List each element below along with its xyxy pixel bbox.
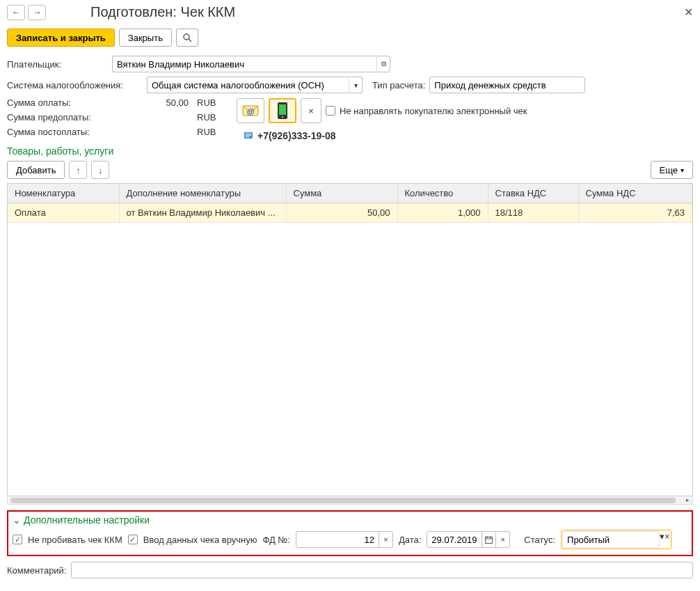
date-input[interactable] <box>427 531 482 548</box>
close-button[interactable]: Закрыть <box>119 29 172 47</box>
tax-system-label: Система налогообложения: <box>7 80 143 90</box>
no-echeck-checkbox[interactable] <box>326 106 335 116</box>
arrow-down-icon: ↓ <box>98 165 103 175</box>
prepayment-amount-label: Сумма предоплаты: <box>7 112 108 123</box>
col-sum[interactable]: Сумма <box>286 184 397 203</box>
svg-rect-9 <box>246 135 251 136</box>
comment-label: Комментарий: <box>7 565 67 576</box>
col-qty[interactable]: Количество <box>397 184 488 203</box>
close-icon: ✕ <box>684 6 693 18</box>
chevron-down-icon: ▾ <box>660 531 665 542</box>
x-icon: × <box>308 106 314 116</box>
chevron-down-icon: ▾ <box>681 166 684 174</box>
goods-section-header: Товары, работы, услуги <box>0 141 700 158</box>
status-label: Статус: <box>524 535 555 545</box>
payment-currency: RUB <box>197 97 222 108</box>
comment-input[interactable] <box>71 562 694 578</box>
svg-rect-11 <box>486 537 493 543</box>
col-vat-rate[interactable]: Ставка НДС <box>488 184 578 203</box>
svg-rect-5 <box>279 104 286 115</box>
col-nomenclature[interactable]: Номенклатура <box>8 184 119 203</box>
payer-label: Плательщик: <box>7 59 108 70</box>
open-icon: ⧉ <box>381 60 386 68</box>
svg-line-1 <box>189 39 191 42</box>
cell-vat-sum[interactable]: 7,63 <box>578 203 692 223</box>
payer-input[interactable] <box>112 56 376 72</box>
svg-text:@: @ <box>247 107 255 116</box>
payment-amount-label: Сумма оплаты: <box>7 97 108 108</box>
save-and-close-button[interactable]: Записать и закрыть <box>7 29 115 47</box>
cell-qty[interactable]: 1,000 <box>397 203 488 223</box>
nav-forward-button[interactable]: → <box>28 5 46 20</box>
arrow-left-icon: ← <box>12 7 21 17</box>
extra-settings-panel: ⌄ Дополнительные настройки ✓ Не пробиват… <box>7 510 693 556</box>
email-icon: @ <box>242 104 259 118</box>
magnifier-icon <box>182 33 192 42</box>
scrollbar-thumb[interactable] <box>10 498 676 503</box>
calc-type-input[interactable] <box>429 77 585 93</box>
scroll-right-icon: ▸ <box>686 496 690 503</box>
extra-settings-toggle[interactable]: ⌄ Дополнительные настройки <box>13 514 687 526</box>
cell-sum[interactable]: 50,00 <box>286 203 397 223</box>
phone-number: +7(926)333-19-08 <box>257 130 335 141</box>
tax-system-input[interactable] <box>147 77 349 93</box>
no-punch-checkbox[interactable]: ✓ <box>13 535 22 544</box>
col-vat-sum[interactable]: Сумма НДС <box>578 184 692 203</box>
fd-number-label: ФД №: <box>262 535 289 545</box>
x-icon: × <box>665 531 670 542</box>
manual-input-label: Ввод данных чека вручную <box>143 535 257 545</box>
svg-point-0 <box>184 34 189 40</box>
close-window-button[interactable]: ✕ <box>684 6 693 19</box>
clear-channel-button[interactable]: × <box>301 98 321 123</box>
arrow-up-icon: ↑ <box>76 165 81 175</box>
chevron-down-icon: ⌄ <box>13 514 21 526</box>
date-picker-button[interactable] <box>482 531 496 548</box>
move-down-button[interactable]: ↓ <box>91 161 109 179</box>
send-email-button[interactable]: @ <box>237 98 264 123</box>
add-row-button[interactable]: Добавить <box>7 161 65 179</box>
chevron-down-icon: ▾ <box>354 81 358 89</box>
table-header-row: Номенклатура Дополнение номенклатуры Сум… <box>8 184 692 203</box>
svg-point-6 <box>282 116 283 118</box>
tax-system-dropdown-button[interactable]: ▾ <box>349 77 363 93</box>
sms-small-icon <box>244 131 253 141</box>
x-icon: × <box>501 535 505 544</box>
cell-vat-rate[interactable]: 18/118 <box>488 203 578 223</box>
col-addition[interactable]: Дополнение номенклатуры <box>119 184 286 203</box>
date-clear-button[interactable]: × <box>496 531 510 548</box>
fd-clear-button[interactable]: × <box>379 531 393 548</box>
nav-back-button[interactable]: ← <box>7 5 25 20</box>
date-label: Дата: <box>399 535 421 545</box>
payer-open-button[interactable]: ⧉ <box>376 56 390 72</box>
postpayment-currency: RUB <box>197 127 222 137</box>
phone-icon <box>276 102 289 120</box>
preview-button[interactable] <box>176 29 198 47</box>
goods-table[interactable]: Номенклатура Дополнение номенклатуры Сум… <box>8 184 692 223</box>
no-echeck-label: Не направлять покупателю электронный чек <box>340 106 527 116</box>
no-punch-label: Не пробивать чек ККМ <box>28 535 122 545</box>
calendar-icon <box>485 536 493 544</box>
table-empty-area[interactable] <box>8 223 692 496</box>
svg-rect-10 <box>246 136 249 137</box>
send-sms-button[interactable] <box>269 98 296 123</box>
manual-input-checkbox[interactable]: ✓ <box>128 535 138 544</box>
status-input[interactable] <box>562 531 660 548</box>
payment-amount-value: 50,00 <box>112 97 189 108</box>
calc-type-label: Тип расчета: <box>372 80 425 90</box>
move-up-button[interactable]: ↑ <box>69 161 87 179</box>
cell-addition[interactable]: от Вяткин Владимир Николаевич ... <box>119 203 286 223</box>
postpayment-amount-label: Сумма постоплаты: <box>7 127 108 137</box>
prepayment-currency: RUB <box>197 112 222 123</box>
fd-number-input[interactable] <box>296 531 379 548</box>
more-actions-button[interactable]: Еще ▾ <box>651 161 693 179</box>
more-label: Еще <box>660 165 678 175</box>
status-dropdown-button[interactable]: ▾ <box>660 531 665 548</box>
x-icon: × <box>383 535 388 544</box>
extra-settings-label: Дополнительные настройки <box>24 514 150 526</box>
status-clear-button[interactable]: × <box>665 531 670 548</box>
svg-rect-8 <box>246 134 251 134</box>
table-row[interactable]: Оплата от Вяткин Владимир Николаевич ...… <box>8 203 692 223</box>
page-title: Подготовлен: Чек ККМ <box>90 4 235 20</box>
horizontal-scrollbar[interactable]: ▸ <box>7 496 693 505</box>
cell-nomenclature[interactable]: Оплата <box>8 203 119 223</box>
